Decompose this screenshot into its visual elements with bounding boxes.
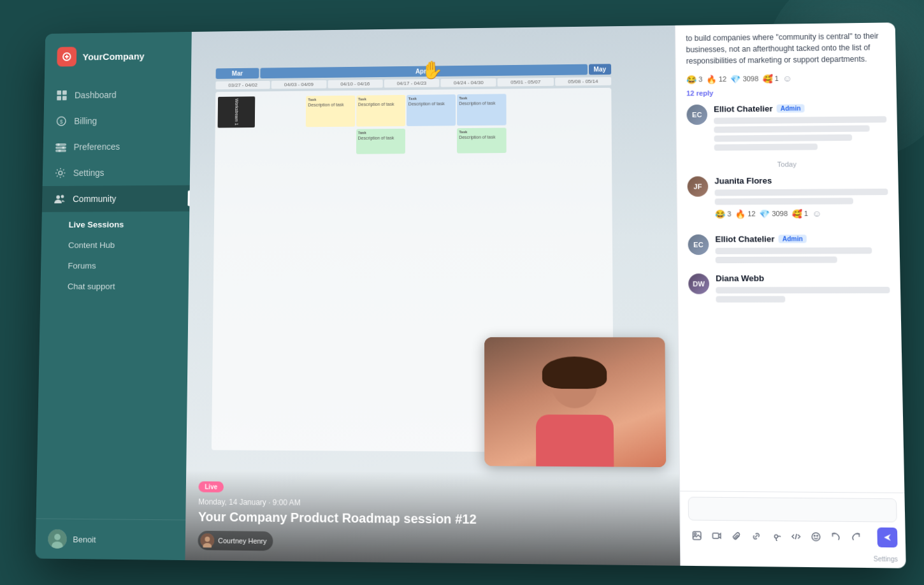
cal-header: Mar April May (216, 64, 612, 79)
fire-count: 12 (719, 75, 727, 83)
video-panel: ✋ Mar April May 03/27 - 04/02 04/03 - 04… (185, 25, 680, 566)
reaction-laugh[interactable]: 😂 3 (686, 75, 703, 84)
video-icon[interactable] (708, 527, 725, 544)
task-e5 (559, 127, 609, 152)
reaction-heart[interactable]: 🥰 1 (762, 74, 779, 83)
user-name: Benoit (73, 534, 96, 544)
settings-label: Settings (73, 168, 105, 178)
svg-rect-2 (62, 90, 67, 95)
task-yellow-1: TaskDescription of task (306, 96, 355, 127)
msg-name-row-diana: Diana Webb (716, 273, 890, 284)
task-blue-1: TaskDescription of task (407, 94, 456, 126)
msg-sender-elliot-1: Elliot Chatelier (714, 104, 773, 114)
task-yellow-2: TaskDescription of task (356, 95, 405, 127)
reaction-j3[interactable]: 💎 3098 (760, 209, 788, 219)
text-line (716, 247, 872, 254)
message-elliot-2: EC Elliot Chatelier Admin (688, 234, 889, 263)
add-reaction-icon[interactable]: ☺ (783, 73, 792, 83)
reply-link[interactable]: 12 reply (686, 87, 886, 97)
video-overlay: Live Monday, 14 January · 9:00 AM Your C… (185, 470, 680, 566)
billing-icon: $ (56, 115, 68, 127)
info-tab[interactable]: ℹ Info (897, 54, 906, 96)
msg-content-elliot-2: Elliot Chatelier Admin (715, 234, 889, 263)
msg-content-juanita: Juanita Flores 😂 3 (714, 175, 888, 224)
intro-text: to build companies where "community is c… (686, 30, 885, 66)
svg-point-23 (694, 533, 696, 535)
svg-rect-24 (712, 533, 718, 538)
message-input[interactable] (688, 497, 897, 523)
cal-week-6: 05/01 - 05/07 (498, 78, 554, 87)
logo-icon (57, 47, 76, 66)
sidebar-item-dashboard[interactable]: Dashboard (44, 81, 191, 108)
workstream-row-2: TaskDescription of task TaskDescription … (217, 127, 609, 155)
sidebar: YourCompany Dashboard $ Billing (35, 32, 191, 560)
undo-icon[interactable] (827, 528, 845, 545)
admin-badge-2: Admin (779, 235, 807, 243)
cal-week-4: 04/17 - 04/23 (384, 79, 440, 88)
sidebar-item-forums[interactable]: Forums (41, 255, 189, 276)
discussion-tab[interactable]: 💬 3 Discussion (898, 99, 906, 140)
msg-lines-elliot-2 (716, 247, 890, 263)
redo-icon[interactable] (847, 528, 865, 545)
sidebar-nav: Dashboard $ Billing Preferences (36, 76, 191, 519)
link-icon[interactable] (747, 528, 765, 545)
reactions-row-1: 😂 3 🔥 12 💎 3098 🥰 1 ☺ (686, 72, 886, 84)
reaction-j1[interactable]: 😂 3 (715, 209, 732, 219)
svg-point-14 (56, 195, 60, 199)
reaction-j4[interactable]: 🥰 1 (791, 208, 808, 218)
task-e1 (256, 129, 305, 155)
mention-icon[interactable] (767, 528, 784, 545)
person-hair (542, 356, 607, 389)
billing-label: Billing (74, 116, 97, 126)
live-badge: Live (198, 481, 224, 492)
svg-point-13 (59, 171, 62, 175)
text-line (714, 134, 852, 142)
msg-sender-diana: Diana Webb (716, 273, 764, 283)
sidebar-item-chat-support[interactable]: Chat support (40, 276, 189, 297)
gem-emoji: 💎 (730, 74, 740, 83)
cal-week-7: 05/08 - 05/14 (555, 77, 611, 86)
cal-week-2: 04/03 - 04/09 (271, 80, 326, 89)
svg-text:$: $ (60, 119, 63, 125)
sidebar-item-live-sessions[interactable]: Live Sessions (41, 214, 189, 235)
task-empty-1 (256, 96, 305, 127)
svg-rect-4 (62, 96, 67, 101)
svg-rect-1 (57, 90, 61, 95)
settings-icon (55, 168, 66, 179)
preferences-icon (55, 141, 67, 153)
add-reaction-j[interactable]: ☺ (812, 208, 821, 219)
sidebar-item-billing[interactable]: $ Billing (43, 107, 191, 134)
dashboard-label: Dashboard (75, 90, 117, 100)
msg-lines-juanita (714, 189, 888, 205)
attach-icon[interactable] (728, 528, 745, 545)
text-line (716, 296, 785, 302)
sidebar-item-preferences[interactable]: Preferences (43, 133, 190, 161)
text-line (716, 287, 890, 294)
avatar-elliot-2: EC (688, 235, 709, 255)
task-e3 (407, 128, 456, 154)
msg-sender-juanita: Juanita Flores (714, 176, 772, 186)
emoji-icon[interactable] (807, 528, 825, 545)
laugh-emoji: 😂 (686, 75, 697, 84)
reaction-j2[interactable]: 🔥 12 (735, 209, 756, 219)
settings-link[interactable]: Settings (681, 551, 906, 568)
sidebar-logo: YourCompany (45, 32, 192, 78)
discussion-label: Discussion (899, 123, 906, 129)
code-icon[interactable] (787, 528, 804, 545)
cal-weeks: 03/27 - 04/02 04/03 - 04/09 04/10 - 04/1… (215, 77, 611, 89)
workstream-spacer (217, 130, 255, 155)
message-diana: DW Diana Webb (688, 273, 890, 303)
message-juanita: JF Juanita Flores 😂 (688, 175, 889, 224)
sidebar-item-community[interactable]: Community (42, 185, 190, 212)
send-button[interactable] (877, 528, 897, 548)
sidebar-item-content-hub[interactable]: Content Hub (41, 235, 189, 256)
video-host: Courtney Henry (198, 531, 273, 551)
chat-toolbar (688, 526, 897, 547)
sidebar-item-settings[interactable]: Settings (43, 159, 191, 186)
reaction-fire[interactable]: 🔥 12 (706, 74, 726, 83)
image-icon[interactable] (688, 527, 705, 544)
svg-point-26 (812, 533, 820, 541)
workstream-cells-2: TaskDescription of task TaskDescription … (256, 127, 609, 155)
reaction-gem[interactable]: 💎 3098 (730, 74, 758, 83)
video-date: Monday, 14 January · 9:00 AM (198, 497, 667, 510)
